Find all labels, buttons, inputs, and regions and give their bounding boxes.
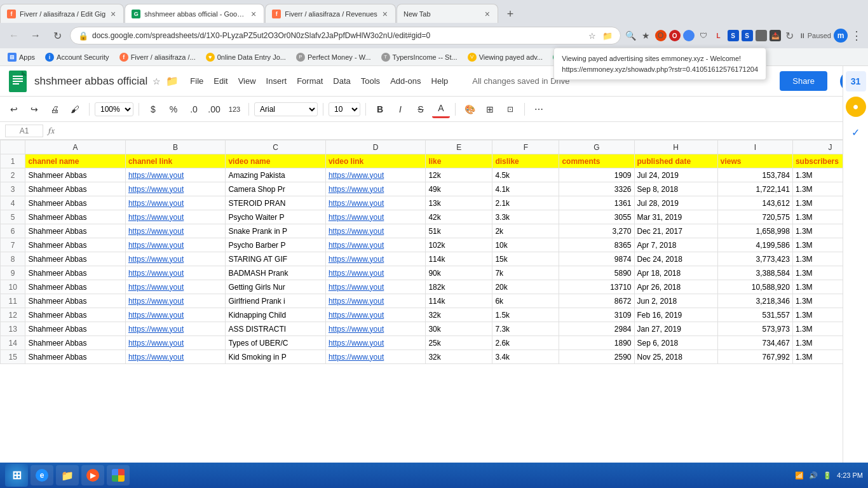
- extensions-icon[interactable]: O: [655, 30, 667, 41]
- cell-e4[interactable]: 13k: [426, 196, 492, 210]
- cell-g7[interactable]: 8365: [559, 238, 634, 252]
- row-num-5[interactable]: 5: [1, 210, 25, 224]
- cell-e3[interactable]: 49k: [426, 182, 492, 196]
- cell-b12[interactable]: https://www.yout: [125, 308, 226, 322]
- cell-i15[interactable]: 767,992: [717, 350, 792, 364]
- tab-close-sheets[interactable]: ×: [250, 9, 257, 19]
- menu-tools[interactable]: Tools: [356, 74, 385, 88]
- bookmark-fiverr[interactable]: f Fiverr / aliasifraza /...: [117, 51, 198, 63]
- cell-b4[interactable]: https://www.yout: [125, 196, 226, 210]
- search-icon[interactable]: 🔍: [625, 29, 637, 42]
- cell-c4[interactable]: STEROID PRAN: [226, 196, 326, 210]
- cell-a13[interactable]: Shahmeer Abbas: [25, 322, 126, 336]
- bold-button[interactable]: B: [371, 100, 389, 118]
- cell-b3[interactable]: https://www.yout: [125, 182, 226, 196]
- cell-i12[interactable]: 531,557: [717, 308, 792, 322]
- folder-icon[interactable]: 📁: [602, 30, 613, 41]
- cell-b8[interactable]: https://www.yout: [125, 252, 226, 266]
- sync-icon[interactable]: [683, 30, 695, 41]
- tab-fiverr-rev[interactable]: f Fiverr / aliasifraza / Revenues ×: [265, 4, 396, 23]
- bookmark-online[interactable]: ♥ 0nline Data Entry Jo...: [203, 51, 288, 63]
- cell-f9[interactable]: 7k: [492, 266, 559, 280]
- cell-e9[interactable]: 90k: [426, 266, 492, 280]
- cell-g2[interactable]: 1909: [559, 168, 634, 182]
- ext5-icon[interactable]: ↻: [783, 29, 796, 42]
- tab-sheets[interactable]: G shshmeer abbas official - Google... ×: [125, 4, 264, 23]
- cell-i10[interactable]: 10,588,920: [717, 280, 792, 294]
- share-button[interactable]: Share: [780, 71, 827, 91]
- cell-d9[interactable]: https://www.yout: [325, 266, 426, 280]
- cell-a1[interactable]: channel name: [25, 154, 126, 168]
- cell-h11[interactable]: Jun 2, 2018: [634, 294, 717, 308]
- forward-button[interactable]: →: [27, 27, 44, 44]
- lastpass-icon[interactable]: L: [712, 29, 725, 42]
- cell-g1[interactable]: comments: [559, 154, 634, 168]
- new-tab-button[interactable]: +: [501, 5, 519, 23]
- side-yellow-icon[interactable]: ●: [846, 97, 866, 117]
- cell-a10[interactable]: Shahmeer Abbas: [25, 280, 126, 294]
- cell-i2[interactable]: 153,784: [717, 168, 792, 182]
- cell-reference-input[interactable]: [5, 125, 43, 137]
- row-num-1[interactable]: 1: [1, 154, 25, 168]
- cell-c10[interactable]: Getting Girls Nur: [226, 280, 326, 294]
- cell-i11[interactable]: 3,218,346: [717, 294, 792, 308]
- menu-format[interactable]: Format: [292, 74, 328, 88]
- cell-c5[interactable]: Psycho Waiter P: [226, 210, 326, 224]
- cell-i9[interactable]: 3,388,584: [717, 266, 792, 280]
- cell-a12[interactable]: Shahmeer Abbas: [25, 308, 126, 322]
- cell-c2[interactable]: Amazing Pakista: [226, 168, 326, 182]
- col-header-g[interactable]: G: [559, 140, 634, 154]
- col-header-f[interactable]: F: [492, 140, 559, 154]
- cell-d4[interactable]: https://www.yout: [325, 196, 426, 210]
- cell-d11[interactable]: https://www.yout: [325, 294, 426, 308]
- menu-edit[interactable]: Edit: [208, 74, 233, 88]
- cell-g3[interactable]: 3326: [559, 182, 634, 196]
- italic-button[interactable]: I: [391, 100, 409, 118]
- col-header-i[interactable]: I: [717, 140, 792, 154]
- undo-button[interactable]: ↩: [5, 100, 23, 118]
- cell-h8[interactable]: Dec 24, 2018: [634, 252, 717, 266]
- cell-h4[interactable]: Jul 28, 2019: [634, 196, 717, 210]
- row-num-12[interactable]: 12: [1, 308, 25, 322]
- cell-c15[interactable]: Kid Smoking in P: [226, 350, 326, 364]
- cell-d1[interactable]: video link: [325, 154, 426, 168]
- cell-h3[interactable]: Sep 8, 2018: [634, 182, 717, 196]
- cell-g12[interactable]: 3109: [559, 308, 634, 322]
- bookmark-account[interactable]: i Account Security: [43, 51, 112, 63]
- cell-c12[interactable]: Kidnapping Child: [226, 308, 326, 322]
- cell-b15[interactable]: https://www.yout: [125, 350, 226, 364]
- cell-f4[interactable]: 2.1k: [492, 196, 559, 210]
- menu-data[interactable]: Data: [328, 74, 355, 88]
- cell-d15[interactable]: https://www.yout: [325, 350, 426, 364]
- cell-i5[interactable]: 720,575: [717, 210, 792, 224]
- cell-e8[interactable]: 114k: [426, 252, 492, 266]
- formula-input[interactable]: [60, 126, 863, 135]
- cell-b9[interactable]: https://www.yout: [125, 266, 226, 280]
- menu-insert[interactable]: Insert: [261, 74, 292, 88]
- cell-i1[interactable]: views: [717, 154, 792, 168]
- user-account-icon[interactable]: m: [834, 29, 848, 43]
- cell-e1[interactable]: like: [426, 154, 492, 168]
- borders-button[interactable]: ⊞: [481, 100, 499, 118]
- cell-e15[interactable]: 32k: [426, 350, 492, 364]
- cell-c6[interactable]: Snake Prank in P: [226, 224, 326, 238]
- opera-icon[interactable]: O: [669, 30, 681, 41]
- format-button[interactable]: 123: [226, 100, 243, 118]
- row-num-8[interactable]: 8: [1, 252, 25, 266]
- col-header-a[interactable]: A: [25, 140, 126, 154]
- cell-d8[interactable]: https://www.yout: [325, 252, 426, 266]
- cell-f5[interactable]: 3.3k: [492, 210, 559, 224]
- cell-h1[interactable]: published date: [634, 154, 717, 168]
- taskbar-item-media[interactable]: ▶: [81, 465, 104, 485]
- cell-c14[interactable]: Types of UBER/C: [226, 336, 326, 350]
- tab-fiverr-edit[interactable]: f Fiverr / aliasifraza / Edit Gig ×: [0, 4, 124, 23]
- font-select[interactable]: Arial: [254, 102, 318, 116]
- cell-h12[interactable]: Feb 16, 2019: [634, 308, 717, 322]
- cell-d2[interactable]: https://www.yout: [325, 168, 426, 182]
- cell-a14[interactable]: Shahmeer Abbas: [25, 336, 126, 350]
- address-bar[interactable]: 🔒 docs.google.com/spreadsheets/d/1X0-PLy…: [70, 27, 621, 44]
- cell-d12[interactable]: https://www.yout: [325, 308, 426, 322]
- cell-b10[interactable]: https://www.yout: [125, 280, 226, 294]
- cell-f8[interactable]: 15k: [492, 252, 559, 266]
- cell-a15[interactable]: Shahmeer Abbas: [25, 350, 126, 364]
